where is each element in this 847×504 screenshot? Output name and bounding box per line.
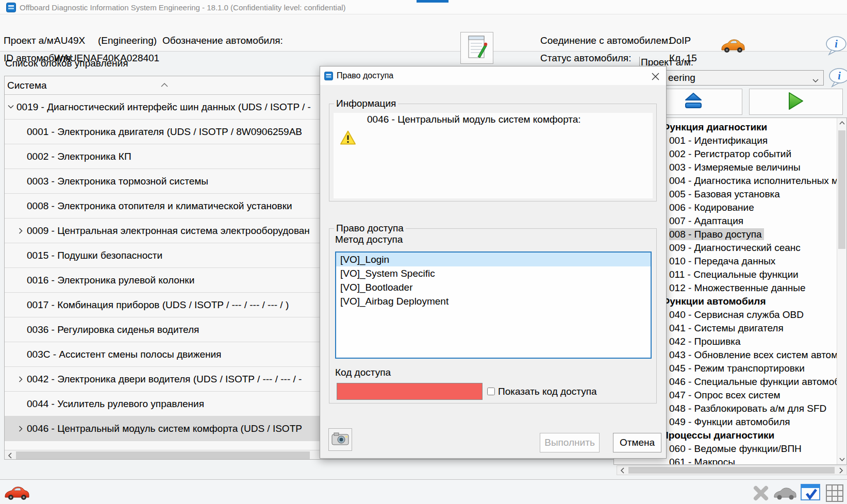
ecu-row-label: 0001 - Электроника двигателя (UDS / ISOT… xyxy=(27,120,302,144)
ecu-row-label: 0046 - Центральный модуль систем комфорт… xyxy=(27,416,302,441)
access-code-input[interactable] xyxy=(337,383,483,400)
window-titlebar: Offboard Diagnostic Information System E… xyxy=(0,0,847,14)
access-method-option[interactable]: [VO]_Login xyxy=(336,253,651,266)
scrollbar-thumb[interactable] xyxy=(838,130,845,249)
ecu-row-label: 0002 - Электроника КП xyxy=(27,144,131,169)
project-dropdown-value: eering xyxy=(668,71,695,85)
info-groupbox: Информация 0046 - Центральный модуль сис… xyxy=(329,104,657,201)
vehicle-red-car-icon xyxy=(4,484,30,503)
ecu-row-label: 0008 - Электроника отопителя и климатиче… xyxy=(27,194,292,218)
ecu-row-label: 0003 - Электроника тормозной системы xyxy=(27,169,208,193)
info-content-area: 0046 - Центральный модуль систем комфорт… xyxy=(334,113,653,198)
cancel-button[interactable]: Отмена xyxy=(613,433,661,452)
info-bubble-icon[interactable]: i xyxy=(825,35,847,58)
ecu-row-label: 003C - Ассистент смены полосы движения xyxy=(27,342,221,366)
start-function-button[interactable] xyxy=(749,89,843,115)
info-groupbox-legend: Информация xyxy=(334,98,398,109)
show-code-label: Показать код доступа xyxy=(498,386,597,397)
scroll-up-icon[interactable] xyxy=(839,120,845,125)
grid-table-icon[interactable] xyxy=(825,483,844,504)
svg-text:i: i xyxy=(835,38,838,49)
designation-label: Обозначение автомобиля: xyxy=(162,35,283,46)
execute-button[interactable]: Выполнить xyxy=(540,433,600,452)
vehicle-connected-car-icon xyxy=(721,37,745,56)
scroll-down-icon[interactable] xyxy=(839,457,845,462)
dialog-title: Право доступа xyxy=(337,71,393,80)
statusbar xyxy=(0,480,847,504)
functions-horizontal-scrollbar[interactable] xyxy=(617,465,847,475)
close-icon[interactable] xyxy=(648,70,662,83)
ecu-row-label: 0016 - Электроника рулевой колонки xyxy=(27,268,194,292)
access-rights-groupbox: Право доступа Метод доступа [VO]_Login[V… xyxy=(329,228,657,404)
ecu-list-title: Список блоков управления xyxy=(5,58,128,69)
notepad-icon xyxy=(466,34,488,62)
application-window: Offboard Diagnostic Information System E… xyxy=(0,0,847,504)
access-groupbox-legend: Право доступа xyxy=(334,223,406,234)
scroll-right-icon[interactable] xyxy=(837,467,845,474)
eject-icon xyxy=(684,92,703,112)
clear-x-icon[interactable] xyxy=(752,483,770,504)
connection-value: DoIP xyxy=(669,35,691,46)
access-method-option[interactable]: [VO]_Bootloader xyxy=(336,280,651,294)
ecu-row-label: 0019 - Диагностический интерфейс шин дан… xyxy=(16,95,311,119)
window-checkmark-icon[interactable] xyxy=(800,483,821,504)
scroll-left-icon[interactable] xyxy=(6,451,14,459)
scrollbar-thumb[interactable] xyxy=(16,451,310,459)
ecu-row-label: 0015 - Подушки безопасности xyxy=(27,243,162,267)
notes-button[interactable] xyxy=(460,32,493,64)
project-label: Проект а/м: xyxy=(4,35,56,46)
app-icon xyxy=(6,3,16,14)
app-icon xyxy=(324,72,333,82)
play-icon xyxy=(788,91,804,113)
functions-vertical-scrollbar[interactable] xyxy=(837,118,846,464)
scroll-left-icon[interactable] xyxy=(618,467,626,474)
camera-icon xyxy=(331,432,349,448)
project-value: AU49X xyxy=(54,35,85,46)
access-method-option[interactable]: [VO]_System Specific xyxy=(336,266,651,280)
svg-text:i: i xyxy=(838,70,841,81)
screenshot-button[interactable] xyxy=(328,428,352,451)
gray-car-icon[interactable] xyxy=(773,486,797,503)
access-method-option[interactable]: [VO]_Airbag Deployment xyxy=(336,294,651,308)
ecu-row-label: 0042 - Электроника двери водителя (UDS /… xyxy=(27,367,302,391)
warning-icon xyxy=(340,130,356,148)
info-bubble-icon-right[interactable]: i xyxy=(828,67,847,90)
connection-label: Соединение с автомобилем: xyxy=(540,35,671,46)
scrollbar-thumb[interactable] xyxy=(628,467,835,474)
info-ecu-text: 0046 - Центральный модуль систем комфорт… xyxy=(367,114,581,125)
ecu-row-label: 0009 - Центральная электронная система э… xyxy=(27,219,310,243)
project-dropdown[interactable]: eering xyxy=(643,70,824,86)
access-rights-dialog: Право доступа Информация 0046 - Централь… xyxy=(320,66,667,459)
access-method-list[interactable]: [VO]_Login[VO]_System Specific[VO]_Bootl… xyxy=(335,251,652,359)
project-suffix: (Engineering) xyxy=(98,35,157,46)
access-method-label: Метод доступа xyxy=(335,234,403,245)
vehicle-status-label: Статус автомобиля: xyxy=(540,53,631,64)
chevron-down-icon xyxy=(812,76,819,85)
ecu-row-label: 0036 - Регулировка сиденья водителя xyxy=(27,317,199,342)
selected-function-label: 008 - Право доступа xyxy=(669,228,764,240)
tab-accent-bar xyxy=(417,0,449,3)
column-header-label: Система xyxy=(7,76,47,95)
dialog-titlebar[interactable]: Право доступа xyxy=(320,66,666,85)
vehicle-header: Проект а/м: AU49X (Engineering) Обозначе… xyxy=(0,14,847,52)
ecu-row-label: 0044 - Усилитель рулевого управления xyxy=(27,392,204,416)
show-code-checkbox[interactable] xyxy=(487,388,495,395)
sort-ascending-icon xyxy=(161,80,168,89)
ecu-row-label: 0017 - Комбинация приборов (UDS / ISOTP … xyxy=(27,293,289,317)
access-code-label: Код доступа xyxy=(335,367,391,378)
window-title: Offboard Diagnostic Information System E… xyxy=(20,3,346,12)
